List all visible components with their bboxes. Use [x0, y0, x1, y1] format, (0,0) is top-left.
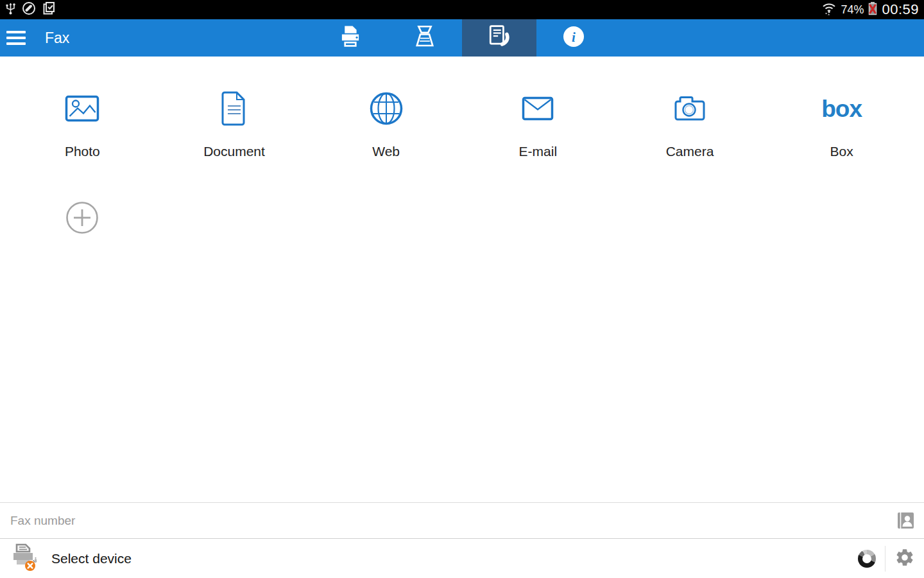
source-email[interactable]: E-mail — [462, 89, 614, 159]
photo-icon — [65, 89, 99, 128]
clipboard-check-icon — [42, 1, 56, 18]
page-title: Fax — [45, 30, 69, 47]
content-area: Photo Document — [0, 57, 924, 502]
source-box[interactable]: box Box — [766, 89, 918, 159]
contacts-icon[interactable] — [897, 512, 914, 529]
select-device-label: Select device — [51, 551, 132, 566]
status-bar-right: 74% 00:59 — [821, 1, 919, 19]
source-grid: Photo Document — [6, 89, 918, 159]
tab-print[interactable] — [313, 19, 388, 57]
app-bar: Fax — [0, 19, 924, 57]
divider — [885, 546, 886, 572]
mode-tabs: i — [313, 19, 611, 57]
app-screen: 74% 00:59 Fax — [0, 0, 924, 578]
tab-info[interactable]: i — [536, 19, 611, 57]
web-icon — [369, 89, 404, 128]
plus-icon — [65, 198, 99, 238]
tab-scan[interactable] — [388, 19, 462, 57]
source-label: Photo — [65, 144, 100, 159]
wifi-icon — [821, 1, 837, 18]
box-logo: box — [821, 89, 862, 128]
source-grid-row2 — [6, 198, 918, 238]
source-web[interactable]: Web — [310, 89, 462, 159]
camera-icon — [673, 89, 706, 128]
add-source-button[interactable] — [6, 198, 158, 238]
source-camera[interactable]: Camera — [614, 89, 766, 159]
status-bar: 74% 00:59 — [0, 0, 924, 19]
bottom-bar-right — [858, 546, 915, 572]
select-device-button[interactable]: Select device — [9, 542, 132, 575]
source-photo[interactable]: Photo — [6, 89, 158, 159]
source-label: Web — [372, 144, 400, 159]
battery-error-icon — [868, 1, 878, 19]
printer-icon — [337, 23, 364, 53]
settings-gear-icon[interactable] — [894, 547, 915, 570]
source-label: Box — [830, 144, 853, 159]
source-label: E-mail — [519, 144, 558, 159]
info-icon: i — [562, 25, 585, 51]
battery-percent: 74% — [841, 3, 864, 17]
disc-icon — [22, 1, 36, 18]
tab-fax[interactable] — [462, 19, 536, 57]
usb-icon — [5, 1, 16, 18]
bottom-bar: Select device — [0, 538, 924, 578]
source-label: Document — [203, 144, 265, 159]
progress-spinner — [858, 550, 876, 568]
document-icon — [221, 89, 248, 128]
fax-number-row — [0, 502, 924, 538]
fax-icon — [485, 22, 513, 53]
svg-text:i: i — [572, 30, 576, 45]
source-document[interactable]: Document — [158, 89, 311, 159]
printer-disconnected-icon — [9, 542, 41, 575]
email-icon — [522, 89, 554, 128]
menu-hamburger-icon[interactable] — [6, 23, 36, 53]
source-label: Camera — [666, 144, 714, 159]
fax-number-input[interactable] — [0, 514, 897, 528]
status-time: 00:59 — [882, 1, 919, 18]
scanner-icon — [411, 23, 438, 53]
status-bar-left — [5, 1, 56, 18]
